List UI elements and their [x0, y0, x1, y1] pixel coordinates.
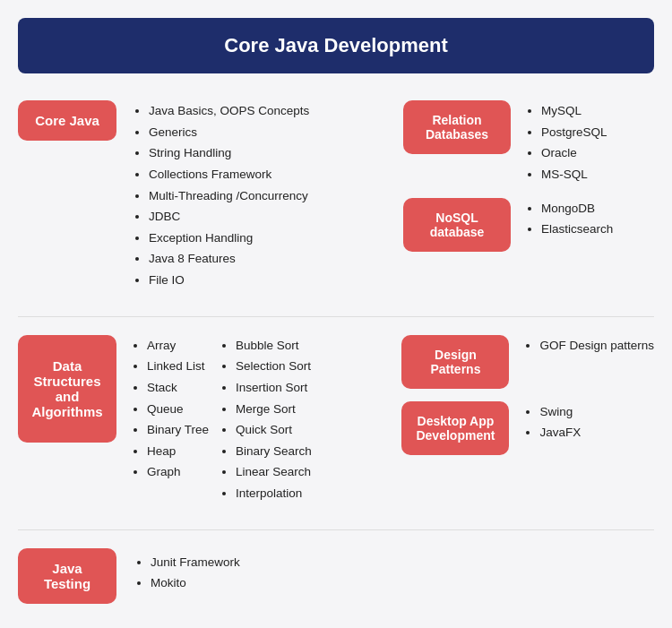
ds-left-list: Array Linked List Stack Queue Binary Tre… [129, 335, 209, 504]
page-header: Core Java Development [18, 18, 654, 73]
list-item: Quick Sort [236, 419, 312, 441]
design-patterns-box: Design Patterns [401, 335, 509, 389]
core-java-section: Core Java Java Basics, OOPS Concepts Gen… [18, 100, 654, 291]
ds-content: Data Structures and Algorithms Array Lin… [18, 335, 654, 504]
list-item: GOF Design patterns [539, 335, 654, 357]
list-item: Interpolation [236, 483, 312, 504]
design-patterns-list: GOF Design patterns [521, 335, 654, 357]
list-item: Linear Search [236, 461, 312, 483]
desktop-app-block: Desktop App Development Swing JavaFX [401, 401, 654, 455]
relation-db-box: Relation Databases [403, 100, 511, 154]
java-testing-list: Junit Framework Mokito [131, 552, 240, 594]
list-item: Swing [539, 401, 581, 423]
section-divider [18, 316, 654, 317]
list-item: Oracle [541, 142, 607, 164]
list-item: Binary Search [236, 441, 312, 462]
header-title: Core Java Development [224, 34, 447, 56]
list-item: Merge Sort [236, 399, 312, 420]
section-divider-2 [18, 529, 654, 530]
list-item: Java Basics, OOPS Concepts [149, 100, 309, 122]
desktop-app-box: Desktop App Development [401, 401, 509, 455]
ds-box: Data Structures and Algorithms [18, 335, 116, 443]
ds-right-section: Design Patterns GOF Design patterns Desk… [401, 335, 654, 504]
nosql-block: NoSQL database MongoDB Elasticsearch [403, 198, 654, 252]
list-item: Queue [147, 399, 209, 420]
relation-db-block: Relation Databases MySQL PostgreSQL Orac… [403, 100, 654, 185]
core-java-left: Core Java Java Basics, OOPS Concepts Gen… [18, 100, 394, 291]
relation-db-list: MySQL PostgreSQL Oracle MS-SQL [523, 100, 607, 185]
nosql-box: NoSQL database [403, 198, 511, 252]
list-item: Array [147, 335, 209, 357]
list-item: Junit Framework [151, 552, 240, 573]
databases-section: Relation Databases MySQL PostgreSQL Orac… [403, 100, 654, 291]
list-item: Binary Tree [147, 419, 209, 441]
desktop-app-list: Swing JavaFX [521, 401, 581, 443]
list-item: MS-SQL [541, 164, 607, 185]
list-item: PostgreSQL [541, 122, 607, 143]
list-item: Mokito [151, 572, 240, 594]
ds-lists: Array Linked List Stack Queue Binary Tre… [129, 335, 312, 504]
design-patterns-block: Design Patterns GOF Design patterns [401, 335, 654, 389]
list-item: Generics [149, 122, 309, 143]
ds-left: Data Structures and Algorithms Array Lin… [18, 335, 392, 504]
list-item: MySQL [541, 100, 607, 122]
core-java-content: Core Java Java Basics, OOPS Concepts Gen… [18, 100, 654, 291]
list-item: Heap [147, 441, 209, 462]
list-item: JDBC [149, 206, 309, 228]
list-item: Stack [147, 377, 209, 399]
core-java-box: Core Java [18, 100, 116, 141]
list-item: JavaFX [539, 422, 581, 443]
ds-section: Data Structures and Algorithms Array Lin… [18, 335, 654, 504]
list-item: Exception Handling [149, 228, 309, 249]
list-item: String Handling [149, 142, 309, 164]
list-item: Collections Framework [149, 164, 309, 185]
list-item: Linked List [147, 356, 209, 377]
list-item: Graph [147, 461, 209, 483]
list-item: Selection Sort [236, 356, 312, 377]
list-item: Insertion Sort [236, 377, 312, 399]
java-testing-box: Java Testing [18, 548, 116, 604]
nosql-list: MongoDB Elasticsearch [523, 198, 613, 240]
core-java-list: Java Basics, OOPS Concepts Generics Stri… [129, 100, 309, 291]
list-item: Multi-Threading /Concurrency [149, 185, 309, 207]
java-testing-section: Java Testing Junit Framework Mokito [18, 548, 654, 604]
list-item: File IO [149, 270, 309, 291]
ds-right-list: Bubble Sort Selection Sort Insertion Sor… [218, 335, 312, 504]
list-item: Elasticsearch [541, 219, 613, 240]
list-item: Java 8 Features [149, 248, 309, 270]
list-item: Bubble Sort [236, 335, 312, 357]
list-item: MongoDB [541, 198, 613, 219]
